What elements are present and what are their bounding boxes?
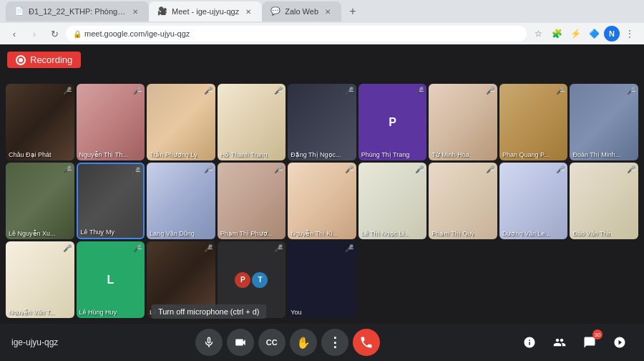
participant-name-you: You <box>291 309 301 316</box>
mic-off-icon-3: 🎤̶ <box>204 87 213 95</box>
participant-cell-6[interactable]: P 🎤̶ Phùng Thị Trang <box>358 84 427 160</box>
tab-1-favicon: 📄 <box>14 6 24 16</box>
extension-2-button[interactable]: ⚡ <box>567 25 584 42</box>
participant-cell-12[interactable]: 🎤̶ Lang Văn Dũng <box>147 163 215 239</box>
mic-off-icon-10: 🎤̶ <box>63 165 72 173</box>
bookmark-button[interactable]: ☆ <box>530 25 547 42</box>
participant-cell-5[interactable]: 🎤̶ Đặng Thị Ngọc... <box>288 84 356 160</box>
participant-name-11: Lê Thuỵ My <box>81 228 114 236</box>
participant-name-20: Lê Hùng Huy <box>79 309 117 316</box>
participant-cell-18[interactable]: 🎤̶ Đào Văn Thin <box>570 163 638 239</box>
raise-hand-button[interactable]: ✋ <box>290 329 317 356</box>
participant-cell-1[interactable]: 🎤̶ Châu Đại Phát <box>6 84 74 160</box>
tab-2-title: Meet - ige-ujyu-qgz <box>172 7 239 16</box>
browser-toolbar: ‹ › ↻ 🔒 meet.google.com/ige-ujyu-qgz ☆ 🧩… <box>0 23 644 44</box>
video-grid: 🎤̶ Châu Đại Phát 🎤̶ Nguyễn Thị Th... 🎤̶ … <box>0 44 644 324</box>
bottom-bar: ige-ujyu-qgz Turn off microphone (ctrl +… <box>0 324 644 361</box>
activities-button[interactable] <box>607 329 633 355</box>
mic-off-icon-8: 🎤̶ <box>556 87 565 95</box>
more-options-button[interactable]: ⋮ <box>321 329 348 356</box>
meeting-code: ige-ujyu-qgz <box>11 337 58 347</box>
profile-button[interactable]: N <box>604 26 620 42</box>
mic-off-icon-12: 🎤̶ <box>204 165 213 173</box>
avatar-20: L <box>97 267 123 293</box>
people-button[interactable] <box>547 329 572 355</box>
participant-name-3: Trần Phương Lý <box>150 151 197 158</box>
participant-name-14: Nguyễn Thị Ki... <box>291 230 338 237</box>
others-avatar-p: P <box>235 272 250 288</box>
mic-off-icon-you: 🎤̶ <box>345 244 353 252</box>
camera-button[interactable] <box>227 329 254 356</box>
bottom-right-controls: 30 <box>517 329 633 355</box>
participant-cell-14[interactable]: 🎤̶ Nguyễn Thị Ki... <box>288 163 356 239</box>
tab-3[interactable]: 💬 Zalo Web ✕ <box>262 1 341 21</box>
participant-cell-11[interactable]: 🎤̶ Lê Thuỵ My <box>77 163 145 239</box>
tab-3-close[interactable]: ✕ <box>323 6 333 16</box>
participant-cell-20[interactable]: L 🎤̶ Lê Hùng Huy <box>77 241 145 318</box>
refresh-button[interactable]: ↻ <box>46 25 63 42</box>
recording-dot-icon <box>16 55 26 65</box>
participant-cell-15[interactable]: 🎤̶ Lê Thị Ngọc Li... <box>358 163 427 239</box>
mic-off-icon-21: 🎤̶ <box>204 244 213 252</box>
mic-off-icon-13: 🎤̶ <box>274 165 283 173</box>
captions-button[interactable]: CC <box>258 329 286 356</box>
participant-name-18: Đào Văn Thin <box>572 230 612 237</box>
extension-1-button[interactable]: 🧩 <box>548 25 565 42</box>
tab-3-favicon: 💬 <box>270 6 280 16</box>
tab-1[interactable]: 📄 Đ1_12_22_KTHP: Phòng điểm d... ✕ <box>6 1 149 21</box>
tab-bar: 📄 Đ1_12_22_KTHP: Phòng điểm d... ✕ 🎥 Mee… <box>0 0 644 23</box>
chat-badge: 30 <box>592 329 602 340</box>
participant-cell-17[interactable]: 🎤̶ Dương Văn Le... <box>499 163 568 239</box>
tab-2[interactable]: 🎥 Meet - ige-ujyu-qgz ✕ <box>149 1 262 21</box>
participant-name-17: Dương Văn Le... <box>502 230 550 237</box>
mic-off-icon-16: 🎤̶ <box>486 165 494 173</box>
tab-3-title: Zalo Web <box>285 7 318 16</box>
mic-off-icon-14: 🎤̶ <box>345 165 353 173</box>
empty-cell <box>358 241 427 318</box>
activities-icon <box>613 336 626 349</box>
mic-off-icon-1: 🎤̶ <box>63 87 72 95</box>
participant-cell-you[interactable]: 🎤̶ You <box>288 241 356 318</box>
end-call-button[interactable] <box>353 329 380 356</box>
participant-name-6: Phùng Thị Trang <box>361 151 409 158</box>
participant-name-19: Nguyễn Văn T... <box>9 309 55 316</box>
participant-cell-8[interactable]: 🎤̶ Phan Quang P... <box>499 84 568 160</box>
chat-button[interactable]: 30 <box>577 329 602 355</box>
address-bar[interactable]: 🔒 meet.google.com/ige-ujyu-qgz <box>66 26 527 42</box>
participant-cell-19[interactable]: 🎤̶ Nguyễn Văn T... <box>6 241 74 318</box>
toolbar-actions: ☆ 🧩 ⚡ 🔷 N ⋮ <box>530 25 638 42</box>
participant-name-4: Hồ Thanh Trang <box>220 151 268 158</box>
participant-cell-16[interactable]: 🎤̶ Phạm Thị Quý <box>429 163 497 239</box>
info-button[interactable] <box>517 329 542 355</box>
new-tab-button[interactable]: + <box>344 3 361 20</box>
address-text: meet.google.com/ige-ujyu-qgz <box>84 29 190 38</box>
participant-name-2: Nguyễn Thị Th... <box>79 151 128 158</box>
participant-cell-4[interactable]: 🎤̶ Hồ Thanh Trang <box>218 84 286 160</box>
participant-cell-2[interactable]: 🎤̶ Nguyễn Thị Th... <box>77 84 145 160</box>
participant-cell-9[interactable]: 🎤̶ Đoàn Thị Minh... <box>570 84 638 160</box>
microphone-button[interactable] <box>195 329 223 356</box>
forward-button[interactable]: › <box>26 25 43 42</box>
mic-off-icon-15: 🎤̶ <box>415 165 424 173</box>
recording-badge: Recording <box>7 52 81 68</box>
tab-2-favicon: 🎥 <box>157 6 167 16</box>
participant-name-12: Lang Văn Dũng <box>150 230 195 237</box>
participant-name-15: Lê Thị Ngọc Li... <box>361 230 409 237</box>
extension-3-button[interactable]: 🔷 <box>585 25 602 42</box>
participant-cell-7[interactable]: 🎤̶ Từ Minh Hòa <box>429 84 497 160</box>
participant-cell-3[interactable]: 🎤̶ Trần Phương Lý <box>147 84 215 160</box>
participant-cell-13[interactable]: 🎤̶ Phạm Thị Phươ... <box>218 163 286 239</box>
participant-name-7: Từ Minh Hòa <box>431 151 469 158</box>
mic-off-icon-2: 🎤̶ <box>133 87 142 95</box>
browser-chrome: 📄 Đ1_12_22_KTHP: Phòng điểm d... ✕ 🎥 Mee… <box>0 0 644 44</box>
mic-off-icon-5: 🎤̶ <box>345 87 353 95</box>
participant-cell-10[interactable]: 🎤̶ Lê Nguyễn Xu... <box>6 163 74 239</box>
back-button[interactable]: ‹ <box>6 25 23 42</box>
participant-name-5: Đặng Thị Ngọc... <box>291 151 341 158</box>
tab-1-close[interactable]: ✕ <box>130 6 140 16</box>
mic-off-icon-11: 🎤̶ <box>132 167 140 175</box>
mic-off-icon-19: 🎤̶ <box>63 244 72 252</box>
participant-name-16: Phạm Thị Quý <box>431 230 474 237</box>
tab-2-close[interactable]: ✕ <box>243 6 253 16</box>
menu-button[interactable]: ⋮ <box>621 25 638 42</box>
